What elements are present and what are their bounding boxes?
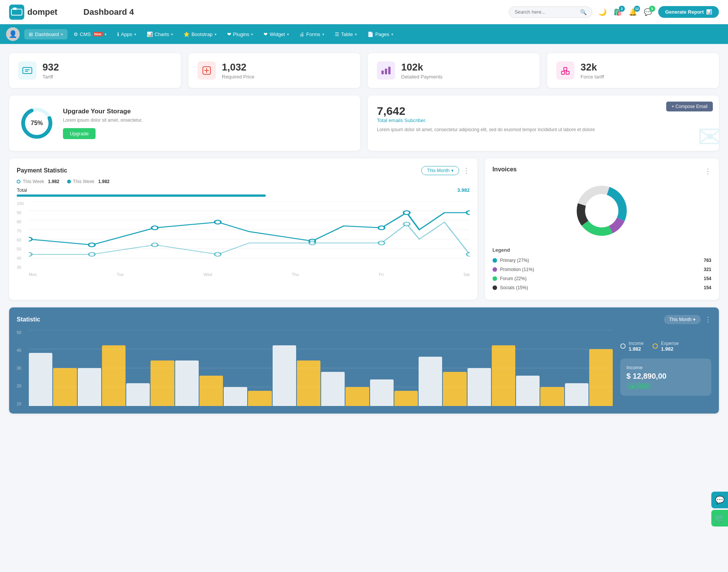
chart-icon: 📊 <box>706 9 712 15</box>
dark-mode-btn[interactable]: 🌙 <box>598 8 607 16</box>
svg-point-29 <box>378 226 385 230</box>
svg-rect-12 <box>562 71 565 74</box>
tariff-label: Tariff <box>42 74 59 80</box>
nav-item-pages[interactable]: 📄 Pages ▾ <box>363 29 398 39</box>
expense-circle <box>653 343 658 349</box>
nav-item-cms[interactable]: ⚙ CMS New ▾ <box>69 29 111 39</box>
detailed-payments-icon <box>377 61 395 80</box>
search-box[interactable]: 🔍 <box>509 6 592 18</box>
payment-legend: This Week 1.982 This Week 1.982 <box>17 179 470 184</box>
detailed-payments-number: 102k <box>401 61 442 73</box>
invoices-card: Invoices ⋮ Legend <box>485 158 719 300</box>
legend-dot-2 <box>67 180 71 183</box>
x-axis-labels: MonTueWedThuFriSat <box>17 272 470 277</box>
shop-badge: 2 <box>619 6 625 12</box>
svg-point-25 <box>89 243 95 247</box>
stat-card-force-tariff: 32k Force tariff <box>547 53 719 88</box>
income-legend: Income 1.982 <box>620 341 643 352</box>
chevron-icon: ▾ <box>134 32 136 36</box>
upgrade-button[interactable]: Upgrade <box>63 128 96 139</box>
income-panel-label: Income <box>626 365 705 370</box>
chevron-icon: ▾ <box>171 32 173 36</box>
email-subtitle: Total emails Subcriber. <box>377 118 710 123</box>
plugins-icon: ❤ <box>227 31 231 37</box>
nav-bar: 👤 ⊞ Dashboard ▾ ⚙ CMS New ▾ ℹ Apps ▾ 📊 C… <box>0 24 728 44</box>
invoices-donut-wrap <box>493 180 711 241</box>
nav-item-dashboard[interactable]: ⊞ Dashboard ▾ <box>24 29 67 39</box>
page-title: Dashboard 4 <box>83 7 503 17</box>
stat-cards-row: 932 Tariff 1,032 Required Price <box>9 53 719 88</box>
brand-name: dompet <box>27 7 57 17</box>
chevron-icon: ▾ <box>287 32 289 36</box>
email-bg-icon: ✉ <box>697 119 719 151</box>
top-header: dompet Dashboard 4 🔍 🌙 🛍️ 2 🔔 12 💬 5 Gen… <box>0 0 728 24</box>
pages-icon: 📄 <box>367 31 373 37</box>
income-amount: $ 12,890,00 <box>626 372 705 381</box>
chart-row: Payment Statistic This Month ▾ ⋮ This We… <box>9 158 719 300</box>
statistic-filter-button[interactable]: This Month ▾ <box>664 315 701 324</box>
nav-item-charts[interactable]: 📊 Charts ▾ <box>142 29 177 39</box>
chevron-icon: ▾ <box>251 32 253 36</box>
payment-card: Payment Statistic This Month ▾ ⋮ This We… <box>9 158 477 300</box>
shop-btn[interactable]: 🛍️ 2 <box>613 8 622 16</box>
chat-btn[interactable]: 💬 5 <box>644 8 652 16</box>
payment-filter-button[interactable]: This Month ▾ <box>421 166 459 175</box>
statistic-more-icon[interactable]: ⋮ <box>704 315 711 324</box>
bell-btn[interactable]: 🔔 12 <box>629 8 637 16</box>
nav-item-bootstrap[interactable]: ⭐ Bootstrap ▾ <box>179 29 221 39</box>
svg-point-36 <box>309 241 315 245</box>
svg-point-24 <box>29 237 32 241</box>
chevron-icon: ▾ <box>215 32 217 36</box>
email-card: + Compose Email 7,642 Total emails Subcr… <box>368 96 719 151</box>
legend-dot-1 <box>17 180 20 183</box>
svg-point-37 <box>378 241 385 245</box>
svg-rect-13 <box>566 71 569 74</box>
line-chart-container: 100908070 60504030 <box>17 201 470 271</box>
statistic-title: Statistic <box>17 316 40 323</box>
svg-rect-3 <box>23 67 32 74</box>
chevron-icon: ▾ <box>322 32 324 36</box>
arrow-up-icon: ▲ <box>630 384 635 389</box>
chevron-icon: ▾ <box>105 32 107 36</box>
generate-report-button[interactable]: Generate Report 📊 <box>658 6 719 18</box>
nav-item-table[interactable]: ☰ Table ▾ <box>330 29 361 39</box>
forum-dot <box>493 276 497 281</box>
income-expense-panel: Income 1.982 Expense 1.982 Income <box>620 330 711 406</box>
expense-legend: Expense 1.982 <box>653 341 679 352</box>
more-options-icon[interactable]: ⋮ <box>463 166 470 175</box>
svg-point-39 <box>466 252 469 256</box>
storage-percentage: 75% <box>31 120 43 127</box>
svg-point-27 <box>215 220 221 224</box>
y-axis-labels: 100908070 60504030 <box>17 201 27 270</box>
legend-item-forum: Forum (22%) 154 <box>493 274 711 283</box>
statistic-card: Statistic This Month ▾ ⋮ 5040302010 <box>9 307 719 414</box>
nav-item-forms[interactable]: 🖨 Forms ▾ <box>295 29 329 39</box>
charts-icon: 📊 <box>147 31 153 37</box>
income-change-badge: ▲ +15% <box>626 383 652 390</box>
svg-rect-10 <box>385 69 387 74</box>
force-tariff-number: 32k <box>581 61 604 73</box>
chevron-icon: ▾ <box>391 32 393 36</box>
search-input[interactable] <box>515 9 577 15</box>
email-count: 7,642 <box>377 105 710 118</box>
chevron-icon: ▾ <box>61 32 63 36</box>
invoices-legend-label: Legend <box>493 247 711 253</box>
legend-item-primary: Primary (27%) 763 <box>493 256 711 265</box>
email-description: Lorem ipsum dolor sit amet, consectetur … <box>377 126 710 133</box>
table-icon: ☰ <box>335 31 339 37</box>
tariff-number: 932 <box>42 61 59 73</box>
storage-donut: 75% <box>20 106 54 140</box>
nav-item-widget[interactable]: ❤ Widget ▾ <box>259 29 293 39</box>
header-icons: 🌙 🛍️ 2 🔔 12 💬 5 <box>598 8 652 16</box>
legend-item-2: This Week 1.982 <box>67 179 110 184</box>
nav-item-apps[interactable]: ℹ Apps ▾ <box>113 29 141 39</box>
svg-rect-11 <box>388 67 391 74</box>
stat-card-detailed-payments: 102k Detailed Payments <box>368 53 540 88</box>
compose-email-button[interactable]: + Compose Email <box>666 102 713 111</box>
nav-avatar: 👤 <box>6 27 20 41</box>
nav-item-plugins[interactable]: ❤ Plugins ▾ <box>223 29 258 39</box>
invoices-more-icon[interactable]: ⋮ <box>704 167 711 176</box>
income-value: 1.982 <box>629 346 643 352</box>
chevron-icon: ▾ <box>355 32 357 36</box>
legend-item-socials: Socials (15%) 154 <box>493 283 711 292</box>
